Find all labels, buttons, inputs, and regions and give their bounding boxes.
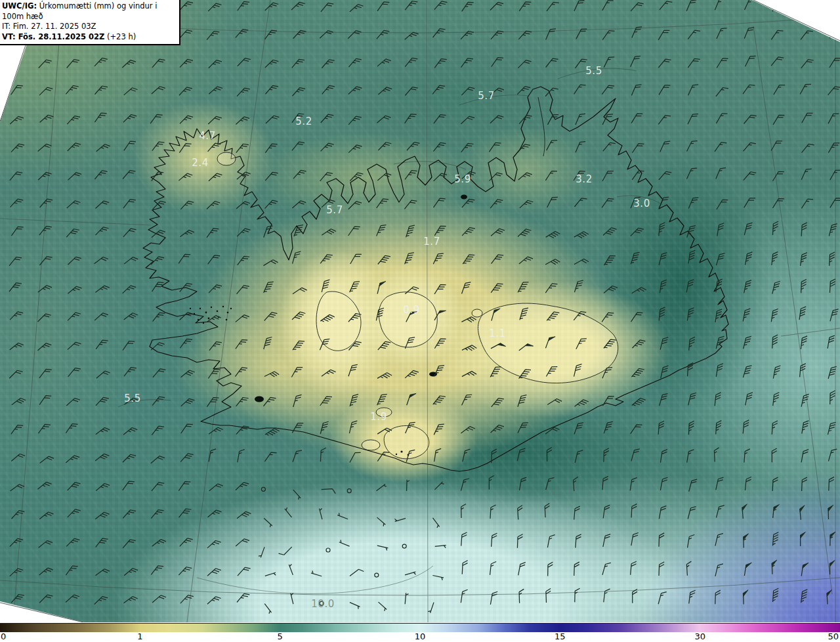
colorbar-tick-15: 15 xyxy=(555,631,566,641)
contour-label: 5.2 xyxy=(295,116,312,127)
colorbar-tick-50: 50 xyxy=(828,631,839,641)
contour-label: 3.0 xyxy=(633,198,650,209)
chart-title-box: UWC/IG: Úrkomumætti (mm) og vindur i 100… xyxy=(0,0,180,45)
contour-label: 5.5 xyxy=(585,65,602,77)
colorbar-tick-30: 30 xyxy=(694,631,705,641)
colorbar-tick-1: 1 xyxy=(137,631,142,641)
contour-label: 3.2 xyxy=(576,173,592,185)
contour-label: 0.9 xyxy=(403,304,419,316)
init-time-line: IT: Fim. 27. 11. 2025 03Z xyxy=(2,22,177,32)
contour-label: 2.4 xyxy=(192,157,208,169)
precipitation-colorbar: 01510153050 xyxy=(0,622,840,642)
chart-title-line: UWC/IG: Úrkomumætti (mm) og vindur i 100… xyxy=(2,1,177,22)
weather-chart-screenshot: 5.55.75.24.72.45.93.23.05.71.70.91.11.95… xyxy=(0,0,840,642)
contour-label: 1.9 xyxy=(370,411,387,423)
colorbar-gradient xyxy=(0,623,840,632)
contour-label: 5.7 xyxy=(326,204,343,216)
iceland-precip-wind-map: 5.55.75.24.72.45.93.23.05.71.70.91.11.95… xyxy=(0,0,840,622)
contour-label: 5.5 xyxy=(124,393,140,404)
colorbar-tick-5: 5 xyxy=(278,631,283,641)
contour-label: 10.0 xyxy=(311,598,334,610)
colorbar-tick-0: 0 xyxy=(1,631,6,641)
valid-time-line: VT: Fös. 28.11.2025 02Z (+23 h) xyxy=(2,32,177,43)
colorbar-tick-labels: 01510153050 xyxy=(0,631,840,641)
contour-label: 5.7 xyxy=(478,90,494,102)
contour-label: 4.7 xyxy=(199,130,215,142)
contour-label: 1.1 xyxy=(489,328,505,339)
wind-barb-layer xyxy=(0,0,840,622)
contour-label: 1.7 xyxy=(423,236,440,247)
contour-label: 5.9 xyxy=(454,173,471,185)
colorbar-tick-10: 10 xyxy=(415,631,426,641)
model-id: UWC/IG: xyxy=(2,1,37,11)
